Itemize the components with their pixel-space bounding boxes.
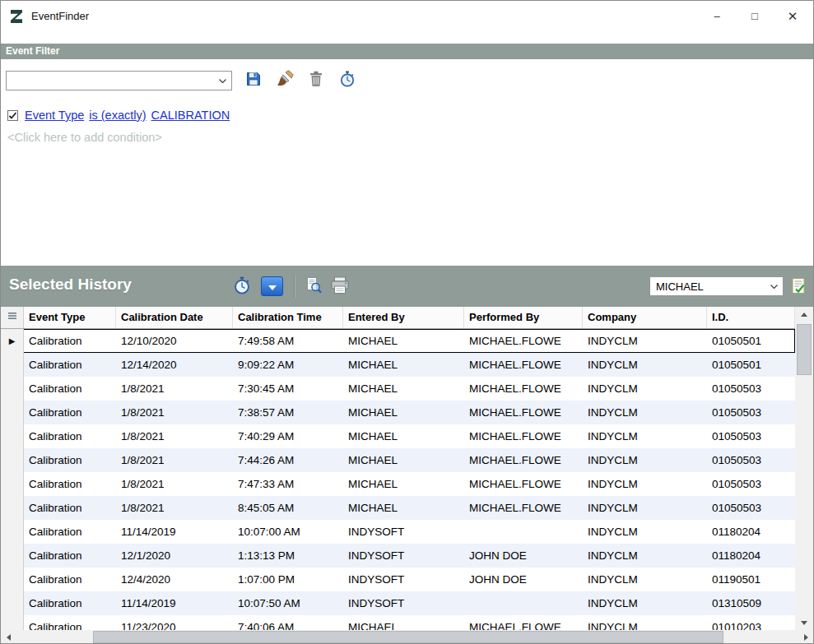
add-condition-hint[interactable]: <Click here to add condition> xyxy=(7,131,807,144)
table-cell[interactable]: INDYCLM xyxy=(583,615,707,630)
minimize-button[interactable]: – xyxy=(698,1,736,31)
table-cell[interactable]: 01180204 xyxy=(707,520,795,544)
table-cell[interactable]: 12/1/2020 xyxy=(116,544,233,568)
table-cell[interactable]: Calibration xyxy=(24,401,116,424)
filter-preset-combo[interactable] xyxy=(6,71,232,90)
history-run-button[interactable] xyxy=(232,277,252,297)
table-cell[interactable]: 1/8/2021 xyxy=(116,401,233,424)
scroll-up-button[interactable] xyxy=(795,307,813,322)
table-cell[interactable]: MICHAEL xyxy=(343,401,464,424)
condition-checkbox[interactable] xyxy=(7,110,18,121)
grid-selector-cell[interactable] xyxy=(1,307,24,328)
table-cell[interactable]: 7:47:33 AM xyxy=(233,472,343,496)
table-cell[interactable]: 1:13:13 PM xyxy=(233,544,343,568)
table-cell[interactable]: INDYCLM xyxy=(583,377,707,401)
scroll-right-button[interactable] xyxy=(798,630,813,644)
table-cell[interactable]: INDYCLM xyxy=(583,353,707,377)
print-preview-button[interactable] xyxy=(304,277,323,297)
table-cell[interactable]: INDYCLM xyxy=(583,591,707,615)
run-filter-button[interactable] xyxy=(337,71,357,90)
table-cell[interactable]: MICHAEL.FLOWE xyxy=(464,472,583,496)
table-cell[interactable]: INDYCLM xyxy=(583,520,707,544)
table-cell[interactable]: INDYCLM xyxy=(583,496,707,520)
table-cell[interactable]: INDYCLM xyxy=(583,424,707,448)
close-button[interactable]: ✕ xyxy=(774,1,812,31)
table-cell[interactable]: 1/8/2021 xyxy=(116,377,233,401)
table-cell[interactable]: JOHN DOE xyxy=(464,568,583,591)
table-cell[interactable]: INDYCLM xyxy=(583,568,707,591)
maximize-button[interactable]: □ xyxy=(736,1,774,31)
table-cell[interactable]: MICHAEL xyxy=(343,353,464,377)
table-cell[interactable]: Calibration xyxy=(24,448,116,472)
table-cell[interactable]: INDYSOFT xyxy=(343,591,464,615)
table-cell[interactable]: 01310509 xyxy=(707,591,795,615)
table-cell[interactable]: 9:09:22 AM xyxy=(233,353,343,377)
table-cell[interactable]: INDYSOFT xyxy=(343,520,464,544)
table-cell[interactable]: JOHN DOE xyxy=(464,544,583,568)
horizontal-scrollbar[interactable] xyxy=(1,630,813,644)
table-cell[interactable]: INDYCLM xyxy=(583,544,707,568)
condition-operator-link[interactable]: is (exactly) xyxy=(89,109,146,122)
table-row[interactable]: Calibration1/8/20217:47:33 AMMICHAELMICH… xyxy=(1,472,795,496)
table-cell[interactable]: 7:40:06 AM xyxy=(233,615,343,630)
history-options-button[interactable] xyxy=(261,276,283,296)
table-cell[interactable]: 1/8/2021 xyxy=(116,472,233,496)
vertical-scrollbar[interactable] xyxy=(795,307,813,630)
column-header[interactable]: Calibration Time xyxy=(233,307,343,328)
table-cell[interactable]: MICHAEL.FLOWE xyxy=(464,615,583,630)
table-row[interactable]: Calibration1/8/20217:40:29 AMMICHAELMICH… xyxy=(1,424,795,448)
table-cell[interactable]: 01050503 xyxy=(707,496,795,520)
vertical-scrollbar-thumb[interactable] xyxy=(797,324,812,375)
table-cell[interactable]: 01180204 xyxy=(707,544,795,568)
table-row[interactable]: Calibration12/14/20209:09:22 AMMICHAELMI… xyxy=(1,353,795,377)
table-cell[interactable]: MICHAEL xyxy=(343,496,464,520)
table-cell[interactable]: 01010203 xyxy=(707,615,795,630)
column-header[interactable]: Company xyxy=(583,307,707,328)
table-row[interactable]: Calibration1/8/20217:30:45 AMMICHAELMICH… xyxy=(1,377,795,401)
table-cell[interactable] xyxy=(464,520,583,544)
table-cell[interactable]: 11/23/2020 xyxy=(116,615,233,630)
table-cell[interactable]: MICHAEL xyxy=(343,448,464,472)
table-cell[interactable]: INDYSOFT xyxy=(343,544,464,568)
table-cell[interactable]: MICHAEL.FLOWE xyxy=(464,353,583,377)
table-cell[interactable]: 11/14/2019 xyxy=(116,520,233,544)
table-row[interactable]: ▶Calibration12/10/20207:49:58 AMMICHAELM… xyxy=(1,329,795,353)
table-cell[interactable]: 01050501 xyxy=(707,353,795,377)
delete-filter-button[interactable] xyxy=(306,71,326,90)
table-cell[interactable]: MICHAEL.FLOWE xyxy=(464,401,583,424)
report-button[interactable] xyxy=(788,277,808,297)
table-cell[interactable]: MICHAEL.FLOWE xyxy=(464,424,583,448)
table-cell[interactable]: 1/8/2021 xyxy=(116,496,233,520)
table-cell[interactable]: 11/14/2019 xyxy=(116,591,233,615)
save-filter-button[interactable] xyxy=(244,71,263,90)
table-row[interactable]: Calibration12/4/20201:07:00 PMINDYSOFTJO… xyxy=(1,568,795,591)
table-cell[interactable]: 12/4/2020 xyxy=(116,568,233,591)
table-cell[interactable]: Calibration xyxy=(24,520,116,544)
scroll-left-button[interactable] xyxy=(1,630,16,644)
table-cell[interactable]: 01050503 xyxy=(707,401,795,424)
table-cell[interactable]: 12/14/2020 xyxy=(116,353,233,377)
user-filter-combo[interactable]: MICHAEL xyxy=(649,276,784,296)
table-cell[interactable]: INDYCLM xyxy=(583,448,707,472)
table-cell[interactable]: MICHAEL.FLOWE xyxy=(464,329,583,353)
table-cell[interactable]: 7:38:57 AM xyxy=(233,401,343,424)
table-cell[interactable]: 1/8/2021 xyxy=(116,448,233,472)
table-cell[interactable]: 01050503 xyxy=(707,377,795,401)
column-header[interactable]: Performed By xyxy=(464,307,583,328)
table-cell[interactable]: MICHAEL.FLOWE xyxy=(464,448,583,472)
table-cell[interactable]: 7:44:26 AM xyxy=(233,448,343,472)
clear-filter-button[interactable] xyxy=(275,71,295,90)
table-cell[interactable]: Calibration xyxy=(24,568,116,591)
table-cell[interactable]: 7:30:45 AM xyxy=(233,377,343,401)
table-cell[interactable]: 10:07:50 AM xyxy=(233,591,343,615)
table-cell[interactable]: Calibration xyxy=(24,424,116,448)
table-row[interactable]: Calibration1/8/20218:45:05 AMMICHAELMICH… xyxy=(1,496,795,520)
table-cell[interactable]: INDYCLM xyxy=(583,329,707,353)
table-cell[interactable]: 01190501 xyxy=(707,568,795,591)
table-cell[interactable]: INDYCLM xyxy=(583,401,707,424)
table-cell[interactable]: Calibration xyxy=(24,353,116,377)
column-header[interactable]: Entered By xyxy=(343,307,464,328)
table-cell[interactable]: MICHAEL xyxy=(343,472,464,496)
table-cell[interactable]: Calibration xyxy=(24,591,116,615)
table-cell[interactable]: INDYSOFT xyxy=(343,568,464,591)
